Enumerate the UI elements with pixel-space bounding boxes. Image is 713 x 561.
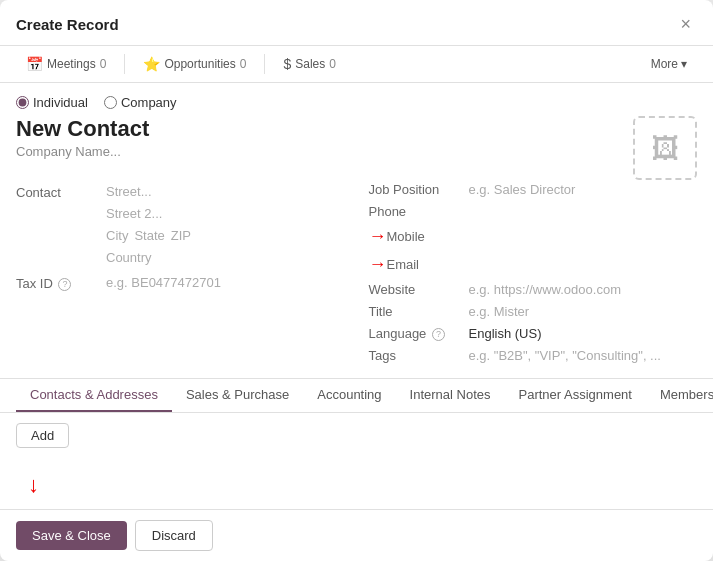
star-icon: ⭐	[143, 56, 160, 72]
tax-id-label: Tax ID ?	[16, 273, 106, 291]
meetings-label: Meetings	[47, 57, 96, 71]
email-row: → Email	[369, 254, 698, 275]
tab-membership[interactable]: Membership	[646, 379, 713, 412]
title-row: Title e.g. Mister	[369, 304, 698, 319]
company-label: Company	[121, 95, 177, 110]
street2-input[interactable]: Street 2...	[106, 204, 345, 223]
more-label: More	[651, 57, 678, 71]
opportunities-count: 0	[240, 57, 247, 71]
opportunities-label: Opportunities	[164, 57, 235, 71]
dialog-title: Create Record	[16, 16, 119, 33]
dollar-icon: $	[283, 56, 291, 72]
job-position-row: Job Position e.g. Sales Director	[369, 182, 698, 197]
title-input[interactable]: e.g. Mister	[469, 304, 530, 319]
email-arrow-icon: →	[369, 254, 387, 275]
tab-content-area: Add	[16, 413, 697, 458]
state-input[interactable]: State	[134, 226, 164, 245]
zip-input[interactable]: ZIP	[171, 226, 191, 245]
avatar-upload[interactable]: 🖼	[633, 116, 697, 180]
discard-button[interactable]: Discard	[135, 520, 213, 551]
dialog-header: Create Record ×	[0, 0, 713, 46]
language-label: Language ?	[369, 326, 469, 341]
website-label: Website	[369, 282, 469, 297]
language-value[interactable]: English (US)	[469, 326, 542, 341]
job-position-input[interactable]: e.g. Sales Director	[469, 182, 576, 197]
create-record-dialog: Create Record × 📅 Meetings 0 ⭐ Opportuni…	[0, 0, 713, 561]
website-row: Website e.g. https://www.odoo.com	[369, 282, 698, 297]
toolbar-divider-2	[264, 54, 265, 74]
mobile-row: → Mobile	[369, 226, 698, 247]
city-state-zip-row: City State ZIP	[106, 226, 345, 245]
tab-accounting[interactable]: Accounting	[303, 379, 395, 412]
save-close-button[interactable]: Save & Close	[16, 521, 127, 550]
dialog-footer: ↓ Save & Close Discard	[0, 509, 713, 561]
fields-section: Contact Street... Street 2... City State…	[16, 182, 697, 370]
company-radio[interactable]	[104, 96, 117, 109]
sales-count: 0	[329, 57, 336, 71]
tax-id-help-icon[interactable]: ?	[58, 278, 71, 291]
tags-input[interactable]: e.g. "B2B", "VIP", "Consulting", ...	[469, 348, 661, 363]
contact-name: New Contact	[16, 116, 149, 142]
opportunities-button[interactable]: ⭐ Opportunities 0	[133, 52, 256, 76]
toolbar-divider-1	[124, 54, 125, 74]
tags-label: Tags	[369, 348, 469, 363]
individual-radio[interactable]	[16, 96, 29, 109]
company-name-field[interactable]: Company Name...	[16, 144, 149, 159]
close-button[interactable]: ×	[674, 12, 697, 37]
contact-inputs: Street... Street 2... City State ZIP Cou…	[106, 182, 345, 267]
left-fields: Contact Street... Street 2... City State…	[16, 182, 345, 370]
toolbar: 📅 Meetings 0 ⭐ Opportunities 0 $ Sales 0…	[0, 46, 713, 83]
city-input[interactable]: City	[106, 226, 128, 245]
email-label: Email	[387, 257, 487, 272]
add-button[interactable]: Add	[16, 423, 69, 448]
mobile-label: Mobile	[387, 229, 487, 244]
language-row: Language ? English (US)	[369, 326, 698, 341]
meetings-count: 0	[100, 57, 107, 71]
company-radio-label[interactable]: Company	[104, 95, 177, 110]
meetings-button[interactable]: 📅 Meetings 0	[16, 52, 116, 76]
sales-button[interactable]: $ Sales 0	[273, 52, 346, 76]
contact-type-group: Individual Company	[16, 95, 697, 110]
tab-internal-notes[interactable]: Internal Notes	[396, 379, 505, 412]
right-fields: Job Position e.g. Sales Director Phone →…	[369, 182, 698, 370]
tab-contacts[interactable]: Contacts & Addresses	[16, 379, 172, 412]
tax-id-row: Tax ID ? e.g. BE0477472701	[16, 273, 345, 292]
sales-label: Sales	[295, 57, 325, 71]
individual-radio-label[interactable]: Individual	[16, 95, 88, 110]
camera-plus-icon: 🖼	[651, 132, 679, 165]
contact-label: Contact	[16, 182, 106, 200]
calendar-icon: 📅	[26, 56, 43, 72]
language-help-icon[interactable]: ?	[432, 328, 445, 341]
website-input[interactable]: e.g. https://www.odoo.com	[469, 282, 621, 297]
individual-label: Individual	[33, 95, 88, 110]
tabs-bar: Contacts & Addresses Sales & Purchase Ac…	[0, 378, 713, 413]
street-input[interactable]: Street...	[106, 182, 345, 201]
contact-field-row: Contact Street... Street 2... City State…	[16, 182, 345, 267]
phone-label: Phone	[369, 204, 469, 219]
down-arrow-icon: ↓	[28, 472, 39, 498]
form-title-row: New Contact Company Name... 🖼	[16, 116, 697, 180]
tax-id-input[interactable]: e.g. BE0477472701	[106, 273, 221, 292]
tags-row: Tags e.g. "B2B", "VIP", "Consulting", ..…	[369, 348, 698, 363]
phone-row: Phone	[369, 204, 698, 219]
country-input[interactable]: Country	[106, 248, 345, 267]
tab-sales-purchase[interactable]: Sales & Purchase	[172, 379, 303, 412]
chevron-down-icon: ▾	[681, 57, 687, 71]
form-body: Individual Company New Contact Company N…	[0, 83, 713, 509]
more-button[interactable]: More ▾	[641, 53, 697, 75]
job-position-label: Job Position	[369, 182, 469, 197]
title-label: Title	[369, 304, 469, 319]
tab-partner-assignment[interactable]: Partner Assignment	[505, 379, 646, 412]
mobile-arrow-icon: →	[369, 226, 387, 247]
